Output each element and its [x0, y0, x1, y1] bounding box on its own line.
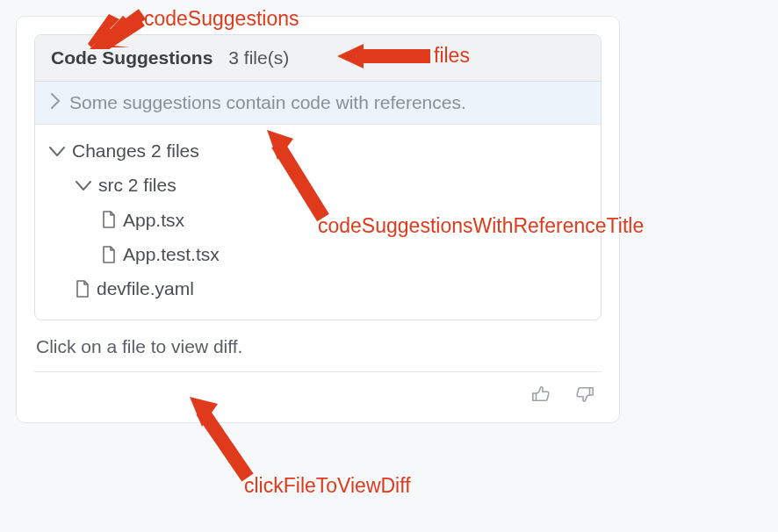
tree-folder-changes[interactable]: Changes 2 files — [46, 133, 590, 168]
references-banner-text: Some suggestions contain code with refer… — [69, 92, 466, 113]
tree-file[interactable]: App.tsx — [46, 203, 590, 237]
tree-file-name: App.tsx — [123, 208, 184, 232]
tree-folder-label: Changes 2 files — [72, 139, 199, 162]
file-icon — [102, 211, 116, 228]
thumbs-up-button[interactable] — [528, 381, 554, 410]
panel-title: Code Suggestions — [51, 47, 213, 68]
code-suggestions-card: Code Suggestions 3 file(s) Some suggesti… — [16, 16, 620, 423]
tree-file-name: App.test.tsx — [123, 242, 220, 266]
file-count: 3 file(s) — [228, 47, 289, 68]
tree-file[interactable]: devfile.yaml — [46, 271, 590, 306]
file-tree: Changes 2 files src 2 files App.tsx App.… — [35, 125, 601, 320]
chevron-right-icon — [51, 93, 61, 113]
tree-file-name: devfile.yaml — [97, 277, 194, 300]
thumbs-down-icon — [575, 393, 594, 406]
chevron-down-icon — [49, 139, 65, 162]
annotation-label: clickFileToViewDiff — [244, 474, 411, 498]
tree-file[interactable]: App.test.tsx — [46, 237, 590, 271]
view-diff-hint: Click on a file to view diff. — [34, 336, 602, 357]
file-icon — [76, 280, 90, 298]
tree-folder-src[interactable]: src 2 files — [46, 168, 590, 202]
code-suggestions-panel: Code Suggestions 3 file(s) Some suggesti… — [34, 34, 602, 320]
tree-folder-label: src 2 files — [98, 173, 176, 197]
feedback-row — [34, 372, 602, 410]
chevron-down-icon — [76, 173, 91, 197]
thumbs-up-icon — [531, 393, 551, 406]
panel-header: Code Suggestions 3 file(s) — [35, 35, 601, 82]
thumbs-down-button[interactable] — [572, 381, 598, 410]
references-banner[interactable]: Some suggestions contain code with refer… — [35, 82, 601, 125]
file-icon — [102, 246, 116, 263]
